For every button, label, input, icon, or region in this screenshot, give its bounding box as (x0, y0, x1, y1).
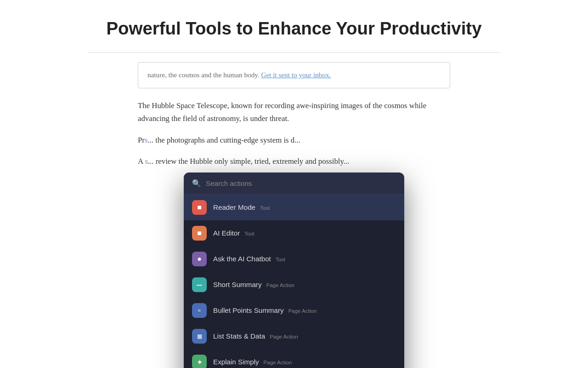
action-item-explain-simply[interactable]: ✦ Explain Simply Page Action (184, 349, 404, 368)
list-stats-label: List Stats & Data (213, 332, 265, 340)
content-area: nature, the cosmos and the human body. G… (129, 53, 459, 186)
ai-editor-label: AI Editor (213, 229, 240, 237)
bullet-points-icon: ≡ (192, 303, 207, 318)
page-header: Powerful Tools to Enhance Your Productiv… (87, 0, 501, 53)
ai-editor-tag: Tool (244, 231, 254, 236)
action-item-reader-mode[interactable]: ■ Reader Mode Tool (184, 195, 404, 220)
article-paragraph-1: The Hubble Space Telescope, known for re… (138, 99, 450, 126)
article-paragraph-3: A s... review the Hubble only simple, tr… (138, 155, 450, 168)
list-stats-icon: ▦ (192, 329, 207, 344)
explain-simply-icon: ✦ (192, 355, 207, 368)
search-bar: 🔍 (184, 172, 404, 195)
reader-mode-label: Reader Mode (213, 203, 255, 211)
reader-mode-icon: ■ (192, 200, 207, 215)
short-summary-tag: Page Action (266, 282, 294, 288)
newsletter-link[interactable]: Get it sent to your inbox. (261, 71, 331, 79)
article-paragraph-2: Prs... the photographs and cutting-edge … (138, 134, 450, 147)
action-item-short-summary[interactable]: – Short Summary Page Action (184, 272, 404, 298)
page-title: Powerful Tools to Enhance Your Productiv… (96, 18, 492, 39)
explain-simply-tag: Page Action (264, 360, 292, 365)
action-popup: 🔍 ■ Reader Mode Tool ■ AI Editor Tool (184, 172, 404, 368)
ask-ai-chatbot-icon: ● (192, 252, 207, 266)
search-icon: 🔍 (192, 179, 201, 188)
ask-ai-chatbot-label: Ask the AI Chatbot (213, 255, 271, 263)
ai-editor-icon: ■ (192, 226, 207, 241)
reader-mode-tag: Tool (260, 205, 270, 211)
short-summary-label: Short Summary (213, 281, 262, 288)
explain-simply-label: Explain Simply (213, 358, 259, 366)
short-summary-icon: – (192, 277, 207, 292)
ask-ai-chatbot-tag: Tool (276, 257, 285, 262)
actions-list: ■ Reader Mode Tool ■ AI Editor Tool ● As… (184, 195, 404, 368)
bullet-points-label: Bullet Points Summary (213, 306, 284, 314)
action-item-bullet-points-summary[interactable]: ≡ Bullet Points Summary Page Action (184, 298, 404, 323)
action-item-list-stats[interactable]: ▦ List Stats & Data Page Action (184, 323, 404, 349)
action-item-ai-editor[interactable]: ■ AI Editor Tool (184, 220, 404, 246)
newsletter-text: nature, the cosmos and the human body. (147, 71, 260, 79)
newsletter-box: nature, the cosmos and the human body. G… (138, 62, 450, 88)
action-item-ask-ai-chatbot[interactable]: ● Ask the AI Chatbot Tool (184, 246, 404, 272)
bullet-points-tag: Page Action (288, 308, 317, 314)
search-input[interactable] (206, 179, 396, 187)
list-stats-tag: Page Action (270, 334, 298, 339)
